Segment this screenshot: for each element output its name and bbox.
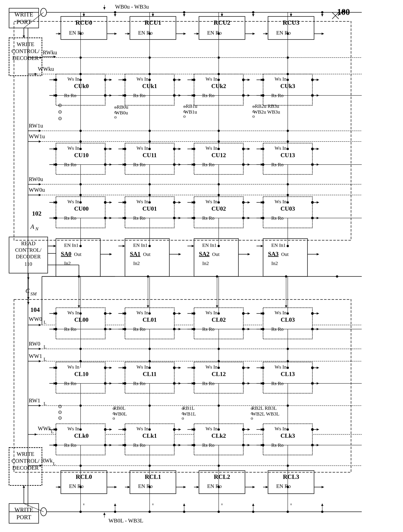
svg-text:L: L [43,401,46,406]
svg-point-720 [217,194,220,196]
svg-text:o: o [251,406,253,411]
svg-text:L: L [53,461,56,466]
svg-text:o: o [183,114,186,119]
svg-text:o: o [252,104,255,109]
svg-text:Ws   In: Ws In [136,76,148,82]
svg-text:o: o [251,411,253,416]
svg-point-727 [217,348,220,350]
svg-point-723 [217,245,220,247]
svg-text:o: o [182,416,184,421]
svg-text:o: o [58,101,62,108]
svg-point-659 [79,201,82,203]
svg-point-690 [149,183,151,185]
svg-point-708 [149,511,151,513]
svg-text:WWku: WWku [38,66,54,72]
svg-text:o: o [114,104,117,110]
svg-text:PORT: PORT [16,514,31,520]
svg-text:Ws   In: Ws In [136,310,148,315]
svg-text:o: o [113,406,115,411]
diagram-container: 100 WRITE PORT WRITE CONTROL/ DECODER WB… [0,0,403,532]
svg-point-737 [217,511,220,513]
svg-text:EN  Ro: EN Ro [138,30,153,36]
svg-text:Ws   In: Ws In [68,199,79,204]
svg-point-745 [287,140,289,143]
svg-text:EN   In1: EN In1 [64,242,78,248]
svg-text:Ws   In: Ws In [205,199,217,204]
svg-point-712 [217,73,220,75]
svg-text:DECODER: DECODER [12,55,39,61]
svg-text:WW1: WW1 [29,353,42,359]
svg-text:CL11: CL11 [143,371,156,377]
svg-text:EN   In1: EN In1 [133,242,148,248]
svg-text:CL03: CL03 [281,317,295,323]
svg-text:Ws   In: Ws In [136,199,148,204]
svg-text:L: L [43,344,46,349]
svg-point-741 [287,73,289,75]
svg-point-691 [149,194,151,196]
svg-point-766 [287,511,289,513]
svg-text:WB0L - WB3L: WB0L - WB3L [109,518,143,524]
svg-point-692 [149,201,151,203]
svg-text:CU03: CU03 [280,205,295,212]
circuit-diagram: 100 WRITE PORT WRITE CONTROL/ DECODER WB… [0,0,403,532]
svg-text:EN  Ro: EN Ro [276,483,291,489]
svg-text:EN   In1: EN In1 [202,242,217,248]
svg-text:In2: In2 [202,260,209,266]
svg-text:Out: Out [74,251,81,257]
svg-text:o: o [183,104,186,109]
svg-text:DECODER: DECODER [16,253,41,260]
svg-text:WRITE: WRITE [17,451,34,457]
svg-text:Ws   In: Ws In [68,76,79,82]
svg-point-687 [149,140,151,143]
svg-point-731 [217,405,220,407]
svg-point-694 [149,245,151,247]
svg-text:Ws   In: Ws In [205,76,217,82]
svg-point-742 [287,79,289,81]
svg-text:Ws   In: Ws In [68,426,79,431]
svg-text:SA3: SA3 [268,251,279,257]
svg-text:SA2: SA2 [199,251,210,257]
svg-point-740 [287,57,289,59]
svg-text:WB0u - WB3u: WB0u - WB3u [115,4,149,10]
svg-text:WW1u: WW1u [29,133,45,139]
svg-text:EN  Ro: EN Ro [207,483,222,489]
svg-text:WB0L: WB0L [113,411,127,417]
svg-point-711 [217,57,220,59]
svg-text:WB0u: WB0u [115,110,128,115]
svg-text:o: o [58,414,62,421]
svg-text:L: L [51,429,54,434]
svg-text:RB1L: RB1L [182,405,194,411]
svg-text:Ws   In: Ws In [136,426,148,431]
svg-point-734 [217,464,220,467]
svg-text:PORT: PORT [16,19,31,25]
svg-text:Ws   In: Ws In [275,199,286,204]
svg-point-754 [287,312,289,315]
svg-point-761 [287,428,289,431]
svg-text:EN  Ro: EN Ro [138,483,153,489]
svg-text:o: o [252,114,255,119]
svg-text:L: L [43,320,46,325]
svg-text:Out: Out [281,251,289,257]
svg-text:-RB1u: -RB1u [184,103,197,109]
svg-point-824 [285,275,287,278]
svg-text:o: o [113,416,115,421]
svg-text:CUk0: CUk0 [74,83,89,89]
svg-text:RCU3: RCU3 [283,19,299,26]
svg-point-679 [79,511,82,513]
svg-text:CL13: CL13 [281,371,295,377]
svg-point-686 [149,130,151,132]
svg-text:Ws   In: Ws In [275,426,286,431]
svg-text:Ws   In: Ws In [136,145,148,151]
svg-text:RCL1: RCL1 [145,473,161,480]
svg-text:Ws   In: Ws In [68,145,79,151]
svg-text:Ws   In: Ws In [205,310,217,315]
svg-text:CU00: CU00 [74,205,89,212]
svg-text:CU11: CU11 [143,152,157,158]
svg-text:SM: SM [31,291,37,296]
svg-point-713 [217,79,220,81]
svg-text:CLk2: CLk2 [211,432,226,439]
svg-point-752 [287,245,289,247]
svg-point-702 [149,405,151,407]
svg-text:Out: Out [212,251,220,257]
svg-text:o: o [58,114,62,122]
